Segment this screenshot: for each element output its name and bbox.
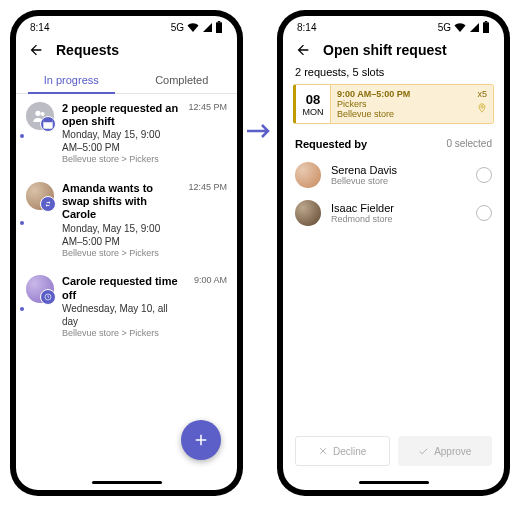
svg-rect-0 (216, 22, 222, 33)
svg-rect-7 (483, 22, 489, 33)
svg-point-2 (35, 111, 40, 116)
requester-row[interactable]: Isaac Fielder Redmond store (283, 194, 504, 232)
avatar-group-icon (26, 102, 54, 130)
tab-in-progress[interactable]: In progress (16, 66, 127, 93)
tab-completed[interactable]: Completed (127, 66, 238, 93)
page-title: Open shift request (323, 42, 447, 58)
avatar (26, 275, 54, 303)
svg-rect-1 (218, 21, 220, 22)
wifi-icon (454, 22, 466, 32)
item-meta: Bellevue store > Pickers (62, 328, 186, 340)
status-time: 8:14 (30, 22, 49, 33)
calendar-badge-icon (40, 116, 56, 132)
new-request-button[interactable] (181, 420, 221, 460)
swap-badge-icon (40, 196, 56, 212)
page-title: Requests (56, 42, 119, 58)
select-radio[interactable] (476, 167, 492, 183)
decline-button[interactable]: Decline (295, 436, 390, 466)
requester-row[interactable]: Serena Davis Bellevue store (283, 156, 504, 194)
requester-name: Isaac Fielder (331, 202, 394, 214)
avatar (295, 200, 321, 226)
back-icon[interactable] (28, 42, 44, 58)
clock-badge-icon (40, 289, 56, 305)
svg-rect-5 (43, 120, 52, 122)
battery-icon (482, 21, 490, 33)
item-meta: Bellevue store > Pickers (62, 154, 180, 166)
item-subtitle: Monday, May 15, 9:00 AM–5:00 PM (62, 128, 180, 154)
avatar (26, 182, 54, 210)
shift-role: Pickers (337, 99, 487, 109)
screen-open-shift: 8:14 5G Open shift request 2 requests, 5… (283, 16, 504, 490)
shift-count: x5 (477, 89, 487, 99)
home-indicator (359, 481, 429, 484)
selected-count: 0 selected (446, 138, 492, 150)
check-icon (418, 446, 429, 457)
requested-by-label: Requested by (295, 138, 367, 150)
request-summary: 2 requests, 5 slots (283, 66, 504, 84)
screen-requests: 8:14 5G Requests In progress Completed (16, 16, 237, 490)
shift-day-name: MON (303, 107, 324, 117)
wifi-icon (187, 22, 199, 32)
back-icon[interactable] (295, 42, 311, 58)
list-item[interactable]: Carole requested time off Wednesday, May… (16, 267, 237, 347)
shift-body: 9:00 AM–5:00 PM Pickers Bellevue store x… (331, 85, 493, 123)
shift-card[interactable]: 08 MON 9:00 AM–5:00 PM Pickers Bellevue … (293, 84, 494, 124)
home-indicator (92, 481, 162, 484)
shift-date: 08 MON (296, 85, 331, 123)
item-subtitle: Monday, May 15, 9:00 AM–5:00 PM (62, 222, 180, 248)
status-icons: 5G (171, 21, 223, 33)
item-meta: Bellevue store > Pickers (62, 248, 180, 260)
signal-icon (202, 22, 212, 32)
arrow-icon (247, 122, 273, 144)
status-bar: 8:14 5G (16, 16, 237, 38)
status-network: 5G (438, 22, 451, 33)
shift-time: 9:00 AM–5:00 PM (337, 89, 487, 99)
phone-left: 8:14 5G Requests In progress Completed (10, 10, 243, 496)
item-time: 9:00 AM (194, 275, 227, 339)
location-pin-icon (477, 103, 487, 115)
status-network: 5G (171, 22, 184, 33)
approve-label: Approve (434, 446, 471, 457)
signal-icon (469, 22, 479, 32)
item-title: Amanda wants to swap shifts with Carole (62, 182, 180, 222)
select-radio[interactable] (476, 205, 492, 221)
list-item[interactable]: Amanda wants to swap shifts with Carole … (16, 174, 237, 267)
battery-icon (215, 21, 223, 33)
requested-by-header: Requested by 0 selected (283, 124, 504, 156)
plus-icon (192, 431, 210, 449)
requester-store: Redmond store (331, 214, 394, 224)
status-bar: 8:14 5G (283, 16, 504, 38)
approve-button[interactable]: Approve (398, 436, 493, 466)
tabs: In progress Completed (16, 66, 237, 94)
status-icons: 5G (438, 21, 490, 33)
item-time: 12:45 PM (188, 182, 227, 259)
item-title: 2 people requested an open shift (62, 102, 180, 128)
decline-label: Decline (333, 446, 366, 457)
item-subtitle: Wednesday, May 10, all day (62, 302, 186, 328)
close-icon (318, 446, 328, 456)
avatar (295, 162, 321, 188)
header: Open shift request (283, 38, 504, 66)
shift-day-number: 08 (306, 92, 320, 107)
shift-store: Bellevue store (337, 109, 487, 119)
requester-name: Serena Davis (331, 164, 397, 176)
requester-store: Bellevue store (331, 176, 397, 186)
status-time: 8:14 (297, 22, 316, 33)
svg-rect-8 (485, 21, 487, 22)
header: Requests (16, 38, 237, 66)
item-time: 12:45 PM (188, 102, 227, 166)
list-item[interactable]: 2 people requested an open shift Monday,… (16, 94, 237, 174)
phone-right: 8:14 5G Open shift request 2 requests, 5… (277, 10, 510, 496)
item-title: Carole requested time off (62, 275, 186, 301)
